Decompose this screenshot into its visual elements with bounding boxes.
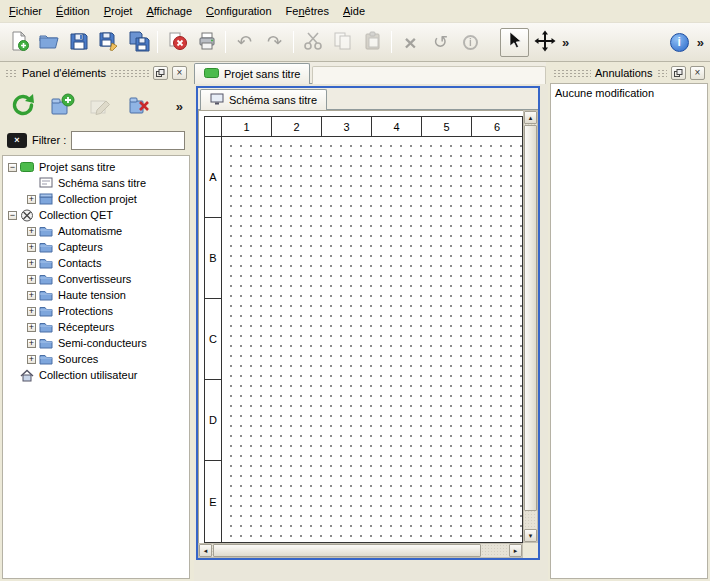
delete-element-button[interactable] [124,88,156,124]
tree-item-label: Projet sans titre [37,161,117,173]
tree-item-projet-sans-titre[interactable]: −Projet sans titre [3,159,189,175]
dock-float-button[interactable] [671,66,686,80]
reload-collections-button[interactable] [7,88,39,124]
tree-item-schema-sans-titre[interactable]: Schéma sans titre [3,175,189,191]
collapse-icon[interactable]: − [8,163,17,172]
menu-edition[interactable]: Édition [49,1,97,21]
scroll-right-button[interactable]: ▸ [509,544,522,557]
rotate-icon: ↺ [433,33,448,51]
rotate-button[interactable]: ↺ [426,28,455,57]
expand-icon[interactable]: + [27,259,36,268]
dock-close-button[interactable]: × [690,66,705,80]
menu-affichage[interactable]: Affichage [139,1,199,21]
label-fragment: ichier [16,5,42,17]
tree-item-protections[interactable]: +Protections [3,303,189,319]
scroll-up-button[interactable]: ▴ [524,111,537,124]
collapse-icon[interactable]: − [8,211,17,220]
row-header: E [205,461,222,542]
undo-dock-titlebar[interactable]: Annulations × [550,65,708,81]
elements-panel-titlebar[interactable]: Panel d'éléments × [2,65,190,81]
cut-button[interactable] [298,28,327,57]
expand-icon[interactable]: + [27,291,36,300]
expand-icon[interactable]: + [27,275,36,284]
expand-icon[interactable]: + [27,227,36,236]
clear-filter-button[interactable]: × [7,133,27,148]
tree-item-collection-utilisateur[interactable]: Collection utilisateur [3,367,189,383]
dock-float-button[interactable] [153,66,168,80]
close-file-button[interactable] [162,28,191,57]
menu-aide[interactable]: Aide [336,1,372,21]
undo-button[interactable]: ↶ [230,28,259,57]
dock-grip [657,69,668,78]
panel-toolbar-extension-button[interactable]: » [174,99,185,114]
tree-item-collection-projet[interactable]: +Collection projet [3,191,189,207]
copy-button[interactable] [328,28,357,57]
delete-button[interactable]: × [396,28,425,57]
mdi-area: Projet sans titre Schéma sans titre 1 2 [194,62,548,581]
redo-button[interactable]: ↷ [260,28,289,57]
vertical-scroll-thumb[interactable] [524,125,537,511]
delete-icon: × [404,32,416,53]
open-document-button[interactable] [34,28,63,57]
column-header: 1 [222,117,272,137]
save-as-button[interactable] [94,28,123,57]
scroll-left-button[interactable]: ◂ [199,544,212,557]
info-icon: i [463,35,478,50]
expand-icon[interactable]: + [27,339,36,348]
mdi-viewport: Schéma sans titre 1 2 3 4 5 6 A B C [194,84,548,581]
vertical-scrollbar[interactable]: ▴ ▾ [523,110,538,543]
undo-list-item[interactable]: Aucune modification [555,87,703,102]
new-element-button[interactable] [46,88,78,124]
menu-configuration[interactable]: Configuration [199,1,278,21]
folder-icon [39,305,53,317]
scissors-icon [302,30,324,54]
diagram-canvas[interactable] [222,137,522,542]
label-fragment: dition [63,5,89,17]
tree-item-convertisseurs[interactable]: +Convertisseurs [3,271,189,287]
tree-item-haute-tension[interactable]: +Haute tension [3,287,189,303]
filter-row: × Filtrer : [2,129,190,155]
element-infos-button[interactable]: i [456,28,485,57]
undo-list: Aucune modification [550,83,708,579]
save-all-icon [128,30,150,54]
horizontal-scroll-thumb[interactable] [213,544,481,557]
toolbar-overflow-button[interactable]: » [560,35,571,50]
expand-icon[interactable]: + [27,307,36,316]
filter-input[interactable] [71,131,185,150]
tree-item-recepteurs[interactable]: +Récepteurs [3,319,189,335]
tree-item-label: Collection utilisateur [37,369,139,381]
project-tab-bar: Projet sans titre [194,62,546,84]
tree-item-contacts[interactable]: +Contacts [3,255,189,271]
tree-item-sources[interactable]: +Sources [3,351,189,367]
dock-close-button[interactable]: × [172,66,187,80]
print-button[interactable] [192,28,221,57]
paste-button[interactable] [358,28,387,57]
expand-icon[interactable]: + [27,355,36,364]
horizontal-scrollbar[interactable]: ◂ ▸ [198,543,523,558]
scroll-down-button[interactable]: ▾ [524,529,537,542]
tab-schema-sans-titre[interactable]: Schéma sans titre [200,89,327,110]
edit-element-button[interactable] [85,88,117,124]
menu-fichier[interactable]: Fichier [2,1,49,21]
expand-icon[interactable]: + [27,323,36,332]
menu-projet[interactable]: Projet [97,1,140,21]
undo-dock: Annulations × Aucune modification [550,63,708,579]
menu-fenetres[interactable]: Fenêtres [279,1,336,21]
pan-mode-button[interactable] [530,28,559,57]
label-fragment: P [104,5,111,17]
save-button[interactable] [64,28,93,57]
new-document-button[interactable] [4,28,33,57]
tree-item-collection-qet[interactable]: −Collection QET [3,207,189,223]
about-button[interactable]: i [665,28,694,57]
expand-icon[interactable]: + [27,243,36,252]
toolbar-separator [157,31,158,53]
tree-item-automatisme[interactable]: +Automatisme [3,223,189,239]
tree-item-capteurs[interactable]: +Capteurs [3,239,189,255]
toolbar-extension-button[interactable]: » [695,35,706,50]
tab-projet-sans-titre[interactable]: Projet sans titre [194,63,310,84]
save-all-button[interactable] [124,28,153,57]
tree-item-semi-conducteurs[interactable]: +Semi-conducteurs [3,335,189,351]
selection-mode-button[interactable] [500,28,529,57]
project-subwindow: Schéma sans titre 1 2 3 4 5 6 A B C [196,86,540,560]
expand-icon[interactable]: + [27,195,36,204]
